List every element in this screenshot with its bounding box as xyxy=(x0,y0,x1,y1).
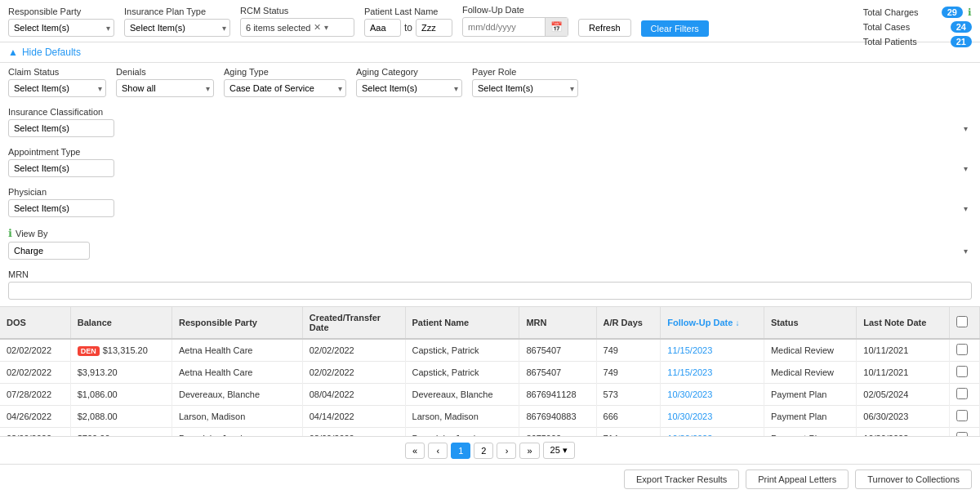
refresh-button[interactable]: Refresh xyxy=(578,19,631,37)
insurance-class-label: Insurance Classification xyxy=(8,107,972,117)
pagination-total-button[interactable]: 25 ▾ xyxy=(543,442,575,459)
insurance-plan-label: Insurance Plan Type xyxy=(124,7,230,16)
col-created-transfer: Created/TransferDate xyxy=(302,307,405,339)
charges-info-icon: ℹ xyxy=(968,7,972,18)
cell-mrn: 8676941128 xyxy=(519,384,596,406)
table-row: 02/02/2022 $3,913.20 Aetna Health Care 0… xyxy=(0,362,980,384)
patient-range: to xyxy=(364,19,452,37)
followup-date-input-wrapper: 📅 xyxy=(462,17,568,37)
responsible-party-select[interactable]: Select Item(s) xyxy=(8,19,114,37)
cell-followup: 10/30/2023 xyxy=(661,428,764,437)
insurance-plan-select-wrapper: Select Item(s) xyxy=(124,19,230,37)
cell-responsible-party: Larson, Madison xyxy=(172,406,302,428)
aging-type-select[interactable]: Case Date of Service xyxy=(224,79,346,97)
cell-responsible-party: Aetna Health Care xyxy=(172,339,302,362)
cell-status: Medical Review xyxy=(764,362,856,384)
total-charges-label: Total Charges xyxy=(863,7,937,17)
pagination-prev-button[interactable]: ‹ xyxy=(428,443,448,459)
clear-filters-button[interactable]: Clear Filters xyxy=(641,20,709,37)
aging-category-label: Aging Category xyxy=(356,67,462,77)
patient-last-to-input[interactable] xyxy=(416,19,452,37)
cell-checkbox xyxy=(949,362,979,384)
cell-followup: 11/15/2023 xyxy=(661,362,764,384)
cell-responsible-party: Devereaux, Blanche xyxy=(172,384,302,406)
row-checkbox[interactable] xyxy=(956,388,968,399)
col-status: Status xyxy=(764,307,856,339)
total-patients-badge: 21 xyxy=(951,36,972,47)
cell-dos: 02/02/2022 xyxy=(0,362,70,384)
print-appeal-button[interactable]: Print Appeal Letters xyxy=(746,470,849,489)
claim-status-select[interactable]: Select Item(s) xyxy=(8,79,106,97)
total-cases-label: Total Cases xyxy=(863,22,937,32)
pagination-row: « ‹ 1 2 › » 25 ▾ xyxy=(0,436,980,464)
mrn-label: MRN xyxy=(8,269,972,279)
cell-patient: Larson, Madison xyxy=(405,406,519,428)
physician-select[interactable]: Select Item(s) xyxy=(8,199,114,217)
hide-defaults-row[interactable]: ▲ Hide Defaults xyxy=(0,42,980,63)
insurance-class-filter: Insurance Classification Select Item(s) xyxy=(8,107,972,137)
cell-mrn: 8675407 xyxy=(519,339,596,362)
rcm-status-selected[interactable]: 6 items selected ✕ ▾ xyxy=(240,18,354,37)
denials-select[interactable]: Show all xyxy=(116,79,214,97)
table-row: 04/26/2022 $2,088.00 Larson, Madison 04/… xyxy=(0,406,980,428)
row-checkbox[interactable] xyxy=(956,366,968,377)
data-table-container: DOS Balance Responsible Party Created/Tr… xyxy=(0,307,980,436)
appointment-type-label: Appointment Type xyxy=(8,147,972,157)
total-charges-row: Total Charges 29 ℹ xyxy=(863,7,972,18)
mrn-input[interactable] xyxy=(8,282,972,300)
rcm-clear-icon[interactable]: ✕ xyxy=(314,22,321,33)
payer-role-select[interactable]: Select Item(s) xyxy=(472,79,578,97)
cell-ar-days: 749 xyxy=(596,362,661,384)
insurance-class-select[interactable]: Select Item(s) xyxy=(8,119,114,137)
cell-dos: 03/09/2022 xyxy=(0,428,70,437)
cell-last-note: 06/30/2023 xyxy=(857,406,949,428)
pagination-next-button[interactable]: › xyxy=(497,443,516,459)
secondary-filters: Claim Status Select Item(s) Denials Show… xyxy=(0,63,980,307)
table-row: 07/28/2022 $1,086.00 Devereaux, Blanche … xyxy=(0,384,980,406)
export-tracker-button[interactable]: Export Tracker Results xyxy=(624,470,739,489)
total-cases-badge: 24 xyxy=(951,21,972,33)
cell-responsible-party: Aetna Health Care xyxy=(172,362,302,384)
followup-date-filter: Follow-Up Date 📅 xyxy=(462,5,568,37)
insurance-plan-select[interactable]: Select Item(s) xyxy=(124,19,230,37)
totals-panel: Total Charges 29 ℹ Total Cases 24 Total … xyxy=(863,7,972,47)
cell-created: 08/04/2022 xyxy=(302,384,405,406)
patient-last-from-input[interactable] xyxy=(364,19,401,37)
aging-type-filter: Aging Type Case Date of Service xyxy=(224,67,346,97)
den-badge: DEN xyxy=(78,346,100,356)
cell-last-note: 10/11/2021 xyxy=(857,339,949,362)
appointment-type-select[interactable]: Select Item(s) xyxy=(8,159,114,177)
row-checkbox[interactable] xyxy=(956,410,968,421)
cell-mrn: 8675407 xyxy=(519,362,596,384)
cell-mrn: 8676940883 xyxy=(519,406,596,428)
select-all-checkbox[interactable] xyxy=(956,316,968,327)
cell-ar-days: 573 xyxy=(596,384,661,406)
cell-patient: Devereaux, Blanche xyxy=(405,384,519,406)
pagination-last-button[interactable]: » xyxy=(519,443,539,459)
turnover-collections-button[interactable]: Turnover to Collections xyxy=(855,470,972,489)
cell-followup: 11/15/2023 xyxy=(661,339,764,362)
cell-responsible-party: Beaudoin, Jessica xyxy=(172,428,302,437)
cell-dos: 02/02/2022 xyxy=(0,339,70,362)
aging-category-select[interactable]: Select Item(s) xyxy=(356,79,462,97)
cell-balance: $3,913.20 xyxy=(70,362,172,384)
view-by-select[interactable]: Charge xyxy=(8,242,90,260)
pagination-page-1-button[interactable]: 1 xyxy=(451,443,470,459)
responsible-party-label: Responsible Party xyxy=(8,7,114,16)
data-table: DOS Balance Responsible Party Created/Tr… xyxy=(0,307,980,436)
cell-status: Payment Plan xyxy=(764,406,856,428)
calendar-icon[interactable]: 📅 xyxy=(545,18,568,36)
pagination-first-button[interactable]: « xyxy=(405,443,425,459)
row-checkbox[interactable] xyxy=(956,344,968,355)
followup-date-input[interactable] xyxy=(463,19,545,35)
col-last-note: Last Note Date xyxy=(857,307,949,339)
patient-range-to: to xyxy=(404,22,412,33)
pagination-page-2-button[interactable]: 2 xyxy=(474,443,493,459)
aging-type-label: Aging Type xyxy=(224,67,346,77)
cell-created: 02/02/2022 xyxy=(302,362,405,384)
col-followup-date[interactable]: Follow-Up Date ↓ xyxy=(661,307,764,339)
cell-balance: $700.00 xyxy=(70,428,172,437)
cell-balance: DEN$13,315.20 xyxy=(70,339,172,362)
cell-followup: 10/30/2023 xyxy=(661,384,764,406)
view-by-info-icon: ℹ xyxy=(8,227,12,239)
